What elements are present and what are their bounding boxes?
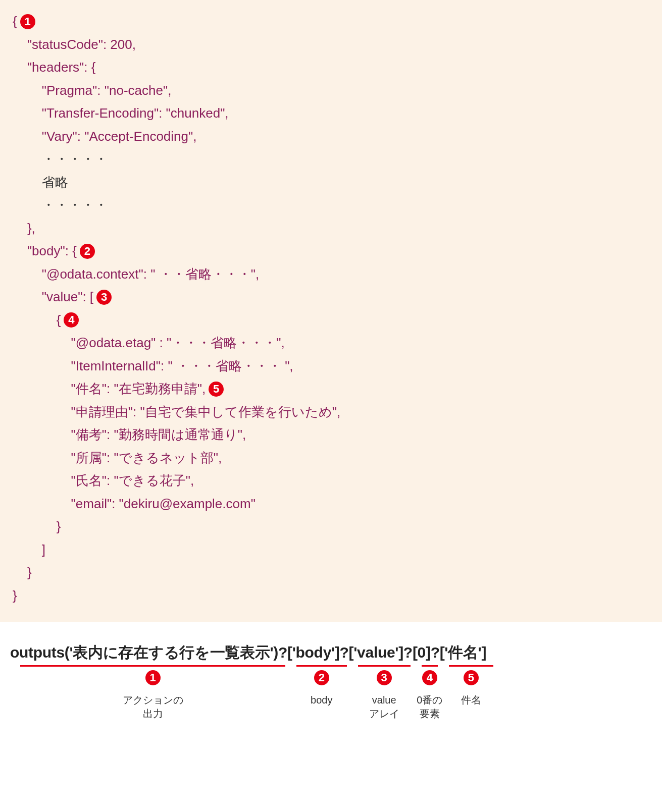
- code-line: "氏名": "できる花子",: [13, 469, 649, 493]
- code-text: ・・・・・: [13, 148, 108, 171]
- lbl-text: body: [311, 694, 332, 706]
- expr-badge-3: 3: [377, 670, 392, 685]
- code-line: "所属": "できるネット部",: [13, 447, 649, 470]
- code-text: ]: [13, 538, 45, 562]
- code-line: "body": {2: [13, 240, 649, 263]
- code-text: "headers": {: [13, 56, 95, 79]
- code-text: "Pragma": "no-cache",: [13, 79, 171, 102]
- expr-label-row: アクションの出力 body valueアレイ 0番の要素 件名: [10, 693, 652, 724]
- code-line: {1: [13, 10, 649, 33]
- expr-badge-5: 5: [464, 670, 479, 685]
- code-line-omit: 省略: [13, 171, 649, 194]
- code-line: "headers": {: [13, 56, 649, 79]
- expr-label-5: 件名: [461, 693, 481, 707]
- expr-label-2: body: [311, 693, 332, 707]
- lbl-text: アレイ: [369, 708, 399, 719]
- expr-part-value: ?['value']: [340, 644, 403, 661]
- code-text: "statusCode": 200,: [13, 33, 136, 57]
- code-text: },: [13, 217, 35, 240]
- code-text: "件名": "在宅勤務申請",: [13, 377, 206, 401]
- expr-part-field: ?['件名']: [431, 644, 486, 661]
- code-text: "value": [: [13, 286, 93, 309]
- code-text: "氏名": "できる花子",: [13, 469, 194, 493]
- code-text: "email": "dekiru@example.com": [13, 493, 256, 516]
- expr-part-body: ?['body']: [278, 644, 340, 661]
- code-text: {: [13, 10, 17, 33]
- code-line: }: [13, 561, 649, 584]
- expression-section: outputs('表内に存在する行を一覧表示')?['body']?['valu…: [0, 622, 662, 734]
- expr-badge-1: 1: [145, 670, 161, 685]
- code-text: "申請理由": "自宅で集中して作業を行いため",: [13, 401, 340, 424]
- lbl-text: value: [372, 694, 396, 706]
- code-line: "statusCode": 200,: [13, 33, 649, 57]
- expr-badge-row: 1 2 3 4 5: [10, 670, 652, 690]
- code-line: }: [13, 515, 649, 538]
- code-text: "ItemInternalId": " ・・・省略・・・ ",: [13, 355, 293, 378]
- code-line: "@odata.etag" : "・・・省略・・・",: [13, 332, 649, 355]
- code-text: {: [13, 309, 61, 332]
- badge-1: 1: [20, 14, 35, 29]
- code-line: "備考": "勤務時間は通常通り",: [13, 423, 649, 447]
- code-line: },: [13, 217, 649, 240]
- code-text: ・・・・・: [13, 194, 108, 217]
- code-line: "value": [3: [13, 286, 649, 309]
- underline-4: [422, 665, 438, 667]
- underline-2: [296, 665, 347, 667]
- badge-5: 5: [209, 382, 224, 397]
- code-line: "件名": "在宅勤務申請",5: [13, 377, 649, 401]
- lbl-text: 0番の: [417, 694, 442, 706]
- code-text: "備考": "勤務時間は通常通り",: [13, 423, 246, 447]
- code-line: "Pragma": "no-cache",: [13, 79, 649, 102]
- code-line: "email": "dekiru@example.com": [13, 493, 649, 516]
- code-text: "@odata.context": " ・・省略・・・",: [13, 263, 259, 286]
- code-line: "Transfer-Encoding": "chunked",: [13, 102, 649, 125]
- code-line: ]: [13, 538, 649, 562]
- code-text: }: [13, 515, 61, 538]
- code-text: "Vary": "Accept-Encoding",: [13, 125, 196, 148]
- lbl-text: アクションの: [123, 694, 183, 706]
- json-code-block: {1 "statusCode": 200, "headers": { "Prag…: [0, 0, 662, 622]
- code-line-ellipsis: ・・・・・: [13, 148, 649, 171]
- code-line: "申請理由": "自宅で集中して作業を行いため",: [13, 401, 649, 424]
- expr-label-4: 0番の要素: [417, 693, 442, 721]
- code-text: "所属": "できるネット部",: [13, 447, 222, 470]
- code-line: {4: [13, 309, 649, 332]
- underline-1: [20, 665, 285, 667]
- expr-label-3: valueアレイ: [369, 693, 399, 721]
- code-line: "@odata.context": " ・・省略・・・",: [13, 263, 649, 286]
- expr-part-outputs: outputs('表内に存在する行を一覧表示'): [10, 644, 278, 661]
- code-line-ellipsis: ・・・・・: [13, 194, 649, 217]
- expr-badge-4: 4: [422, 670, 437, 685]
- underline-row: [10, 665, 652, 667]
- expr-label-1: アクションの出力: [123, 693, 183, 721]
- code-line: "ItemInternalId": " ・・・省略・・・ ",: [13, 355, 649, 378]
- code-text: 省略: [13, 171, 68, 194]
- badge-4: 4: [64, 312, 79, 328]
- lbl-text: 要素: [420, 708, 440, 719]
- underline-3: [358, 665, 411, 667]
- code-text: "Transfer-Encoding": "chunked",: [13, 102, 229, 125]
- underline-5: [449, 665, 493, 667]
- code-line: }: [13, 584, 649, 608]
- code-text: "@odata.etag" : "・・・省略・・・",: [13, 332, 285, 355]
- lbl-text: 出力: [143, 708, 163, 719]
- badge-2: 2: [80, 244, 95, 259]
- expression-text: outputs('表内に存在する行を一覧表示')?['body']?['valu…: [10, 642, 652, 663]
- code-text: "body": {: [13, 240, 77, 263]
- expr-badge-2: 2: [314, 670, 329, 685]
- expr-part-index: ?[0]: [403, 644, 431, 661]
- code-text: }: [13, 561, 32, 584]
- badge-3: 3: [96, 290, 112, 305]
- code-line: "Vary": "Accept-Encoding",: [13, 125, 649, 148]
- lbl-text: 件名: [461, 694, 481, 706]
- code-text: }: [13, 584, 17, 608]
